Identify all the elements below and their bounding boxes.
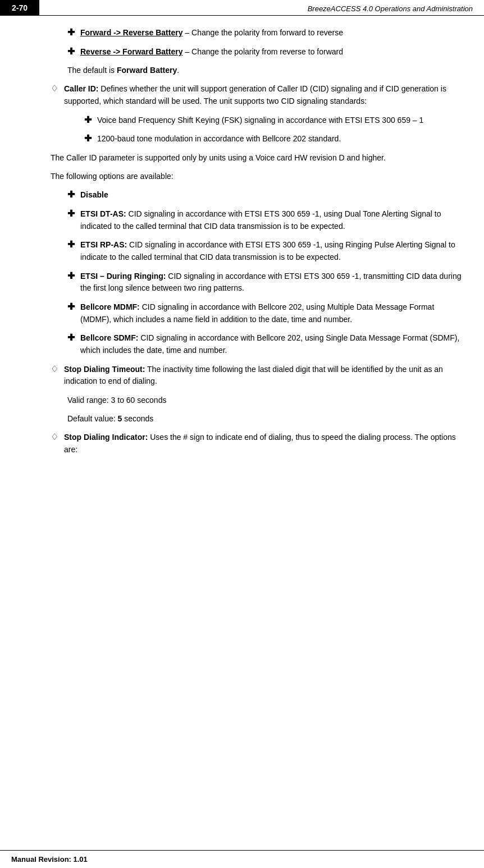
page-number-tab: 2-70 [0,0,39,16]
baud-text: 1200-baud tone modulation in accordance … [97,133,341,145]
bullet-cross-icon-5: ✚ [67,189,75,200]
etsi-dt-as-desc: CID signaling in accordance with ETSI ET… [80,209,441,231]
bullet-cross-icon-4: ✚ [84,133,92,144]
caller-id-note: The Caller ID parameter is supported onl… [51,152,462,164]
stop-dialing-timeout-item: ♢ Stop Dialing Timeout: The inactivity t… [51,364,462,388]
bullet-cross-icon-9: ✚ [67,301,75,312]
baud-item: ✚ 1200-baud tone modulation in accordanc… [51,133,462,145]
bellcore-sdmf-text: Bellcore SDMF: CID signaling in accordan… [80,332,462,356]
forward-reverse-battery-label: Forward -> Reverse Battery [80,28,182,37]
reverse-forward-battery-label: Reverse -> Forward Battery [80,47,182,56]
bullet-cross-icon-8: ✚ [67,270,75,281]
etsi-dt-as-item: ✚ ETSI DT-AS: CID signaling in accordanc… [51,208,462,232]
caller-id-text: Caller ID: Defines whether the unit will… [64,83,462,107]
header-title: BreezeACCESS 4.0 Operations and Administ… [308,4,473,13]
bellcore-sdmf-item: ✚ Bellcore SDMF: CID signaling in accord… [51,332,462,356]
default-prefix: The default is [67,66,117,75]
etsi-dt-as-text: ETSI DT-AS: CID signaling in accordance … [80,208,462,232]
etsi-rp-as-label: ETSI RP-AS: [80,240,127,249]
etsi-rp-as-item: ✚ ETSI RP-AS: CID signaling in accordanc… [51,239,462,263]
forward-reverse-battery-text: Forward -> Reverse Battery – Change the … [80,27,343,39]
default-end: . [177,66,179,75]
caller-id-item: ♢ Caller ID: Defines whether the unit wi… [51,83,462,107]
default-bold: Forward Battery [117,66,177,75]
page-header: BreezeACCESS 4.0 Operations and Administ… [0,0,484,16]
reverse-forward-battery-item: ✚ Reverse -> Forward Battery – Change th… [51,46,462,58]
reverse-forward-battery-desc: – Change the polarity from reverse to fo… [182,47,343,56]
footer-label: Manual Revision: 1.01 [11,855,88,864]
default-value-end: seconds [122,414,153,423]
bellcore-mdmf-item: ✚ Bellcore MDMF: CID signaling in accord… [51,301,462,325]
etsi-rp-as-text: ETSI RP-AS: CID signaling in accordance … [80,239,462,263]
stop-dialing-timeout-label: Stop Dialing Timeout: [64,365,145,374]
stop-dialing-indicator-label: Stop Dialing Indicator: [64,433,148,442]
etsi-dt-as-label: ETSI DT-AS: [80,209,126,218]
default-value-prefix: Default value: [67,414,118,423]
diamond-icon-3: ♢ [51,431,58,442]
voiceband-text: Voice band Frequency Shift Keying (FSK) … [97,114,423,127]
bullet-cross-icon-6: ✚ [67,208,75,219]
caller-id-desc: Defines whether the unit will support ge… [64,84,446,105]
reverse-forward-battery-text: Reverse -> Forward Battery – Change the … [80,46,343,58]
caller-id-label: Caller ID: [64,84,98,93]
diamond-icon-2: ♢ [51,364,58,374]
etsi-during-text: ETSI – During Ringing: CID signaling in … [80,270,462,295]
bellcore-mdmf-label: Bellcore MDMF: [80,302,140,311]
disable-label: Disable [80,189,108,201]
etsi-during-label: ETSI – During Ringing: [80,272,166,281]
valid-range-text: Valid range: 3 to 60 seconds [51,394,462,406]
bullet-cross-icon-2: ✚ [67,46,75,57]
main-content: ✚ Forward -> Reverse Battery – Change th… [0,16,484,496]
stop-dialing-timeout-text: Stop Dialing Timeout: The inactivity tim… [64,364,462,388]
forward-reverse-battery-item: ✚ Forward -> Reverse Battery – Change th… [51,27,462,39]
page-container: 2-70 BreezeACCESS 4.0 Operations and Adm… [0,0,484,868]
page-footer: Manual Revision: 1.01 [0,850,484,868]
bellcore-sdmf-label: Bellcore SDMF: [80,333,138,342]
default-value-text: Default value: 5 seconds [51,413,462,425]
following-options-text: The following options are available: [51,171,462,182]
diamond-icon: ♢ [51,83,58,94]
voiceband-item: ✚ Voice band Frequency Shift Keying (FSK… [51,114,462,127]
bullet-cross-icon-3: ✚ [84,114,92,125]
default-battery-text: The default is Forward Battery. [51,65,462,76]
etsi-during-item: ✚ ETSI – During Ringing: CID signaling i… [51,270,462,295]
stop-dialing-indicator-item: ♢ Stop Dialing Indicator: Uses the # sig… [51,431,462,456]
forward-reverse-battery-desc: – Change the polarity from forward to re… [182,28,343,37]
bullet-cross-icon-7: ✚ [67,239,75,250]
bullet-cross-icon-10: ✚ [67,332,75,343]
bellcore-mdmf-text: Bellcore MDMF: CID signaling in accordan… [80,301,462,325]
page-number: 2-70 [12,3,28,12]
etsi-rp-as-desc: CID signaling in accordance with ETSI ET… [80,240,455,261]
bullet-cross-icon: ✚ [67,27,75,38]
disable-item: ✚ Disable [51,189,462,201]
stop-dialing-indicator-text: Stop Dialing Indicator: Uses the # sign … [64,431,462,456]
